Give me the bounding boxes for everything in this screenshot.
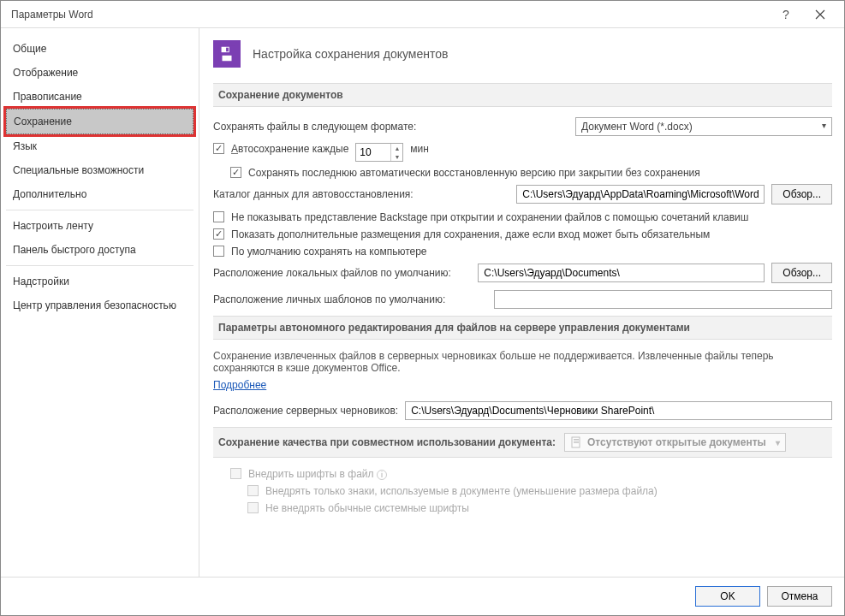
sidebar: Общие Отображение Правописание Сохранени… xyxy=(1,28,199,577)
sidebar-separator xyxy=(6,265,193,266)
no-backstage-checkbox[interactable] xyxy=(213,211,224,222)
svg-rect-6 xyxy=(574,441,579,441)
local-files-path-label: Расположение локальных файлов по умолчан… xyxy=(213,267,451,279)
save-format-dropdown[interactable]: Документ Word (*.docx) xyxy=(575,117,832,136)
section-fidelity-title-row: Сохранение качества при совместном испол… xyxy=(213,427,832,458)
autosave-interval-input[interactable] xyxy=(356,144,390,161)
sidebar-item-proofing[interactable]: Правописание xyxy=(6,85,193,109)
sidebar-item-quick-access[interactable]: Панель быстрого доступа xyxy=(6,238,193,262)
personal-templates-input[interactable] xyxy=(494,290,832,309)
no-backstage-label: Не показывать представление Backstage пр… xyxy=(231,211,748,223)
local-files-path-input[interactable] xyxy=(478,264,765,282)
additional-locations-label: Показать дополнительные размещения для с… xyxy=(231,228,710,240)
svg-rect-2 xyxy=(223,56,232,61)
help-button[interactable]: ? xyxy=(769,1,803,28)
page-header: Настройка сохранения документов xyxy=(213,40,832,68)
sidebar-item-general[interactable]: Общие xyxy=(6,37,193,61)
section-offline-editing-title: Параметры автономного редактирования для… xyxy=(213,316,832,340)
word-options-window: Параметры Word ? Общие Отображение Право… xyxy=(0,0,845,616)
content-pane: Настройка сохранения документов Сохранен… xyxy=(199,28,844,577)
window-title: Параметры Word xyxy=(11,9,769,21)
close-button[interactable] xyxy=(803,1,837,28)
sidebar-item-language[interactable]: Язык xyxy=(6,134,193,158)
section-save-documents-title: Сохранение документов xyxy=(213,83,832,107)
embed-fonts-label: Внедрить шрифты в файл i xyxy=(248,468,387,480)
autorecover-browse-button[interactable]: Обзор... xyxy=(771,184,832,204)
svg-rect-5 xyxy=(574,439,579,440)
autosave-interval-spinner[interactable]: ▲▼ xyxy=(355,143,403,162)
save-icon xyxy=(213,40,241,68)
offline-editing-info: Сохранение извлеченных файлов в серверны… xyxy=(213,350,832,374)
autosave-unit-label: мин xyxy=(410,143,429,155)
save-local-default-checkbox[interactable] xyxy=(213,246,224,257)
cancel-button[interactable]: Отмена xyxy=(767,586,832,607)
sidebar-separator xyxy=(6,210,193,210)
embed-used-only-label: Внедрять только знаки, используемые в до… xyxy=(265,485,658,497)
sidebar-item-addins[interactable]: Надстройки xyxy=(6,270,193,293)
autorecover-path-label: Каталог данных для автовосстановления: xyxy=(213,188,414,200)
document-icon xyxy=(570,436,582,448)
server-drafts-label: Расположение серверных черновиков: xyxy=(213,405,398,417)
sidebar-item-accessibility[interactable]: Специальные возможности xyxy=(6,158,193,182)
titlebar: Параметры Word ? xyxy=(1,1,844,28)
sidebar-item-display[interactable]: Отображение xyxy=(6,61,193,85)
ok-button[interactable]: OK xyxy=(695,586,760,607)
embed-fonts-checkbox xyxy=(230,468,241,479)
sidebar-item-trust-center[interactable]: Центр управления безопасностью xyxy=(6,293,193,317)
spinner-down-icon[interactable]: ▼ xyxy=(391,152,402,161)
info-icon: i xyxy=(377,470,387,480)
spinner-up-icon[interactable]: ▲ xyxy=(391,144,402,152)
local-files-browse-button[interactable]: Обзор... xyxy=(771,263,832,283)
learn-more-link[interactable]: Подробнее xyxy=(213,379,266,391)
sidebar-item-advanced[interactable]: Дополнительно xyxy=(6,182,193,206)
close-icon xyxy=(815,9,825,20)
embed-used-only-checkbox xyxy=(247,485,259,496)
no-system-fonts-label: Не внедрять обычные системные шрифты xyxy=(265,502,469,514)
fidelity-document-dropdown[interactable]: Отсутствуют открытые документы xyxy=(564,433,786,452)
svg-rect-7 xyxy=(574,442,579,443)
save-local-default-label: По умолчанию сохранять на компьютере xyxy=(231,246,427,258)
svg-rect-3 xyxy=(226,48,229,52)
dialog-footer: OK Отмена xyxy=(1,577,844,615)
save-format-label: Сохранять файлы в следующем формате: xyxy=(213,121,416,133)
server-drafts-input[interactable] xyxy=(405,401,832,420)
personal-templates-label: Расположение личных шаблонов по умолчани… xyxy=(213,293,445,305)
sidebar-item-customize-ribbon[interactable]: Настроить ленту xyxy=(6,214,193,238)
keep-last-autorecover-checkbox[interactable] xyxy=(230,167,241,178)
keep-last-autorecover-label: Сохранять последнюю автоматически восста… xyxy=(248,167,700,179)
additional-locations-checkbox[interactable] xyxy=(213,228,224,240)
section-fidelity-title: Сохранение качества при совместном испол… xyxy=(218,436,556,448)
save-format-value: Документ Word (*.docx) xyxy=(581,121,693,133)
autosave-checkbox[interactable] xyxy=(213,143,224,154)
autosave-label: ААвтосохранение каждыевтосохранение кажд… xyxy=(231,143,348,155)
no-system-fonts-checkbox xyxy=(247,502,259,513)
page-title: Настройка сохранения документов xyxy=(253,47,448,61)
autorecover-path-input[interactable] xyxy=(516,185,765,204)
sidebar-item-save[interactable]: Сохранение xyxy=(6,109,193,134)
fidelity-document-value: Отсутствуют открытые документы xyxy=(587,436,766,448)
